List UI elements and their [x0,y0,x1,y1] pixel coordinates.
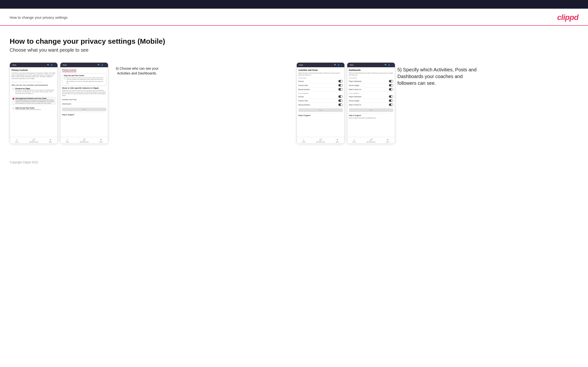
toggle-coaches-insights[interactable]: Round Insights [349,83,393,87]
bottom-nav-home2[interactable]: ⌂ Home [66,138,69,143]
more-icon4[interactable]: ⋮ [391,64,393,66]
mockup4-body: Dashboards Select the dashboards that yo… [347,67,395,137]
option3-title: Only You and Your Coach [15,107,41,109]
toggle-followers-rounds[interactable]: Rounds [298,95,343,99]
performance-icon4: 📈 [370,138,372,141]
toggle-followers-manual[interactable]: Manual Activities [298,103,343,107]
bottom-nav-performance[interactable]: 📈 My Performance [29,138,38,143]
more-icon[interactable]: ⋮ [54,64,56,66]
coaches-player-toggle[interactable] [389,80,393,82]
search-icon4[interactable]: 🔍 [385,64,387,66]
option1-title: Everyone on Clippd [15,88,55,89]
followers-manual-toggle[interactable] [338,103,343,106]
more-icon2[interactable]: ⋮ [104,64,106,66]
bottom-nav-menu2[interactable]: ≡ Menu [100,138,103,143]
mockup1-block: ‹ Back 🔍 👤 ⋮ Privacy Controls Control ho… [10,62,58,144]
show-hide-desc: Regardless of the privacy controls that … [62,90,106,96]
mockup1-who-label: Who Can See Your Activities and Dashboar… [12,84,56,86]
coaches-insights-toggle[interactable] [389,84,393,86]
mockup4-desc: Select the dashboards that you'd like to… [349,72,393,76]
mockup3-section-title: Activities and Posts [298,69,343,71]
mockup2-back[interactable]: ‹ Back [62,64,67,66]
mockup3-bottom-nav: ⌂ Home 📈 My Performance ≡ Menu [297,137,344,144]
menu-icon: ≡ [50,138,51,141]
bottom-nav-menu3[interactable]: ≡ Menu [336,138,339,143]
mockup1-option3[interactable]: Only You and Your Coach Only you and the… [12,106,56,111]
home-label2: Home [66,141,69,143]
chevron-right-icon: › [106,99,106,101]
coaches-workon-toggle[interactable] [389,88,393,91]
mockup2-bottom-nav: ⌂ Home 📈 My Performance ≡ Menu [60,137,108,144]
help-desc4: Visit our Clippd community to troublesho… [349,117,393,119]
bottom-nav-home3[interactable]: ⌂ Home [302,138,305,143]
step4-phones: ‹ Back 🔍 👤 ⋮ Privacy Controls Control ho… [10,62,108,144]
toggle-coaches-rounds[interactable]: Rounds [298,79,343,83]
coaches-manual-toggle[interactable] [338,88,343,91]
coaches-rounds-toggle[interactable] [338,80,343,82]
followers-workon-toggle[interactable] [389,103,393,106]
followers-label3: FOLLOWERS [298,93,343,94]
search-icon2[interactable]: 🔍 [98,64,100,66]
toggle-followers-drills[interactable]: Practice Drills [298,99,343,103]
steps-area: ‹ Back 🔍 👤 ⋮ Privacy Controls Control ho… [10,62,578,144]
nav-link-activities[interactable]: Activities and Posts › [62,98,106,102]
bottom-nav-performance4[interactable]: 📈 My Performance [367,138,376,143]
mockup2-block: ‹ Back 🔍 👤 ⋮ Privacy Controls Only You a… [60,62,108,144]
toggle-coaches-drills[interactable]: Practice Drills [298,83,343,87]
person-icon3[interactable]: 👤 [337,64,340,66]
performance-icon: 📈 [32,138,35,141]
toggle-followers-insights[interactable]: Round Insights [349,99,393,103]
toggle-coaches-workon[interactable]: What To Work On [349,87,393,92]
bottom-nav-home4[interactable]: ⌂ Home [353,138,356,143]
nav-link-dashboards[interactable]: Dashboards › [62,102,106,106]
followers-label4: FOLLOWERS [349,93,393,94]
person-icon2[interactable]: 👤 [101,64,104,66]
link2-label: Dashboards [62,103,71,105]
toggle-followers-player[interactable]: Player Dashboard [349,95,393,99]
step5-phones: ‹ Back 🔍 👤 ⋮ Activities and Posts Select… [296,62,395,144]
footer: Copyright Clippd 2022 [0,153,588,169]
menu-label4: Menu [386,141,389,143]
chevron-right-icon2: › [106,103,106,105]
logo: clippd [557,13,578,22]
mockup2-nav: ‹ Back 🔍 👤 ⋮ [60,63,108,67]
performance-icon2: 📈 [83,138,86,141]
followers-drills-toggle[interactable] [338,100,343,102]
mockup1-back[interactable]: ‹ Back [12,64,16,66]
menu-label: Menu [49,141,52,143]
more-icon3[interactable]: ⋮ [341,64,343,66]
save-button2[interactable]: Save [62,108,106,111]
bottom-nav-menu[interactable]: ≡ Menu [49,138,52,143]
followers-rounds-toggle[interactable] [338,95,343,98]
toggle-coaches-player[interactable]: Player Dashboard [349,79,393,83]
person-icon4[interactable]: 👤 [388,64,390,66]
search-icon3[interactable]: 🔍 [334,64,337,66]
performance-label4: My Performance [367,141,376,143]
mockup1-bottom-nav: ⌂ Home 📈 My Performance ≡ Menu [10,137,58,144]
mockup4-back[interactable]: ‹ Back [349,64,354,66]
mockup1-option1[interactable]: Everyone on Clippd Everyone on Clippd ca… [12,87,56,95]
person-icon[interactable]: 👤 [51,64,53,66]
page-subtitle: Choose what you want people to see [10,47,578,53]
mockup1-option2[interactable]: Only Approved Followers and Your Coach O… [12,97,56,105]
bottom-nav-performance3[interactable]: 📈 My Performance [316,138,325,143]
mockup3-back[interactable]: ‹ Back [298,64,303,66]
save-button3[interactable]: Save [298,108,343,112]
toggle-coaches-manual[interactable]: Manual Activities [298,87,343,92]
top-bar [0,0,588,9]
followers-insights-toggle[interactable] [389,100,393,102]
coaches-label3: COACHES [298,77,343,79]
radio-circle-1 [12,88,14,90]
bottom-nav-menu4[interactable]: ≡ Menu [386,138,389,143]
save-button4[interactable]: Save [349,108,393,112]
bottom-nav-home[interactable]: ⌂ Home [15,138,18,143]
followers-player-toggle[interactable] [389,95,393,98]
search-icon[interactable]: 🔍 [47,64,50,66]
toggle-followers-workon[interactable]: What To Work On [349,103,393,107]
menu-icon4: ≡ [387,138,389,141]
home-label4: Home [353,141,356,143]
bottom-nav-performance2[interactable]: 📈 My Performance [80,138,89,143]
coaches-workon-label: What To Work On [349,89,361,90]
mockup1-desc2: However, you can control who can see you… [12,81,56,83]
coaches-drills-toggle[interactable] [338,84,343,86]
